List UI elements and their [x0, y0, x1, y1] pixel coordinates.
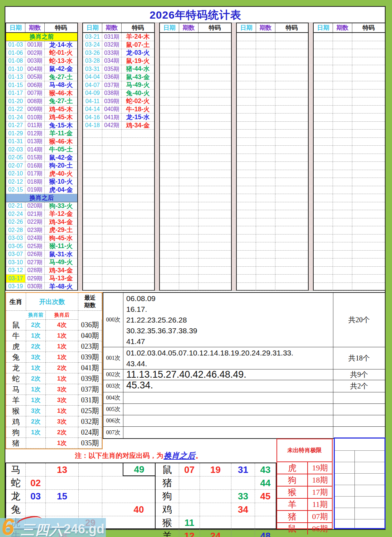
period-cell: 005期 [25, 73, 45, 81]
empty-draw-row [160, 242, 231, 251]
after-count-cell: 4次 [46, 320, 78, 330]
grid-line [335, 496, 384, 497]
period-cell: 019期 [25, 186, 45, 194]
limit-box-title: 未出特肖极限 [277, 439, 332, 462]
code-cell: 虎-40-火 [45, 170, 77, 178]
code-cell [200, 503, 231, 516]
empty-draw-row [83, 146, 154, 154]
empty-draw-row [314, 90, 385, 98]
draw-row: 03-07 026期 鼠-31-水 [6, 251, 77, 259]
code-cell: 鸡-34-金 [45, 267, 77, 275]
draw-row: 01-08 003期 蛇-13-水 [6, 57, 77, 66]
code-cell [231, 476, 255, 489]
draw-row: 03-12 028期 鸡-34-金 [6, 267, 77, 275]
watermark-brand: 三四六 [21, 521, 64, 537]
empty-draw-row [83, 130, 154, 138]
empty-draw-row [314, 97, 385, 106]
frequency-label: 004次 [103, 392, 123, 403]
code-cell: 鸡-45-木 [45, 113, 77, 121]
empty-draw-row [314, 81, 385, 90]
code-cell: 猪-44-水 [122, 65, 154, 73]
empty-draw-row [83, 242, 154, 251]
recent-period-cell: 023期 [78, 341, 102, 352]
code-header: 特码 [45, 23, 77, 32]
empty-draw-row [237, 106, 308, 114]
date-cell: 01-17 [6, 90, 25, 97]
limit-zodiac-cell: 猴 [277, 487, 308, 498]
empty-draw-row [160, 154, 231, 162]
stats-row: 虎 2次 1次 023期 [6, 341, 102, 352]
code-cell [255, 503, 276, 516]
frequency-label: 003次 [103, 380, 123, 392]
date-cell: 04-09 [83, 90, 102, 97]
empty-draw-row [83, 283, 154, 291]
period-cell: 004期 [25, 65, 45, 73]
code-cell: 猴-11-火 [45, 242, 77, 250]
draw-row: 02-12 018期 猴-10-火 [6, 178, 77, 186]
before-count-cell: 1次 [26, 330, 46, 341]
code-cell [123, 529, 155, 537]
draw-row: 04-11 039期 蛇-02-火 [83, 97, 154, 106]
after-count-cell: 1次 [46, 438, 78, 449]
empty-draw-row [160, 41, 231, 49]
code-cell [231, 529, 255, 537]
draw-row: 02-03 014期 牛-05-土 [6, 146, 77, 154]
empty-draw-row [314, 154, 385, 162]
date-cell: 03-28 [83, 57, 102, 65]
period-cell: 028期 [25, 267, 45, 275]
empty-draw-row [237, 218, 308, 227]
code-cell: 狗-20-土 [45, 162, 77, 170]
date-cell: 03-10 [6, 258, 25, 266]
empty-draw-row [160, 267, 231, 275]
before-count-cell [26, 438, 46, 449]
code-cell [102, 476, 123, 489]
period-cell: 036期 [102, 73, 122, 81]
empty-draw-row [160, 234, 231, 243]
frequency-numbers [123, 415, 333, 426]
empty-draw-row [237, 275, 308, 283]
zodiac-cell: 鼠 [6, 320, 26, 330]
date-cell: 02-15 [6, 186, 25, 194]
date-cell: 01-22 [6, 106, 25, 113]
period-cell: 023期 [25, 226, 45, 234]
frequency-numbers: 06.08.09 16.17. 21.22.23.25.26.28 30.32.… [123, 293, 333, 347]
draw-row: 02-07 016期 狗-20-土 [6, 162, 77, 170]
date-cell: 01-31 [6, 138, 25, 146]
code-cell: 24 [200, 529, 231, 537]
empty-draw-row [160, 178, 231, 186]
empty-draw-row [314, 41, 385, 49]
empty-draw-row [314, 57, 385, 66]
before-count-cell: 1次 [26, 384, 46, 395]
date-cell: 03-19 [6, 283, 25, 291]
date-cell: 04-14 [83, 106, 102, 113]
before-count-cell: 3次 [26, 406, 46, 416]
date-header: 日期 [314, 23, 333, 32]
stats-row: 猪 1次 035期 [6, 438, 102, 449]
code-cell [123, 476, 155, 489]
date-cell: 01-13 [6, 73, 25, 81]
before-count-cell: 3次 [26, 352, 46, 363]
before-count-cell: 2次 [26, 416, 46, 427]
frequency-total: 共9个 [333, 369, 385, 380]
period-cell: 001期 [25, 41, 45, 49]
frequency-row: 000次 06.08.09 16.17. 21.22.23.25.26.28 3… [103, 293, 385, 347]
period-cell: 012期 [25, 130, 45, 137]
limit-row: 虎 19期 [277, 462, 332, 474]
code-cell: 鼠-42-金 [45, 154, 77, 162]
code-cell: 兔-27-土 [45, 73, 77, 81]
stats-row: 龙 1次 2次 041期 [6, 363, 102, 373]
limit-zodiac-cell: 鼠 [277, 523, 308, 534]
empty-draw-row [83, 258, 154, 267]
period-cell: 035期 [102, 65, 122, 73]
empty-draw-row [83, 267, 154, 275]
code-cell: 48 [255, 529, 276, 537]
period-cell: 016期 [25, 162, 45, 170]
period-cell: 039期 [102, 97, 122, 105]
empty-draw-row [314, 226, 385, 234]
frequency-numbers [123, 404, 333, 415]
recent-period-cell: 025期 [78, 406, 102, 416]
draw-table-header: 日期 期数 特码 [160, 23, 231, 33]
empty-rows [314, 33, 385, 291]
after-count-cell: 1次 [46, 373, 78, 384]
empty-draw-row [237, 210, 308, 218]
